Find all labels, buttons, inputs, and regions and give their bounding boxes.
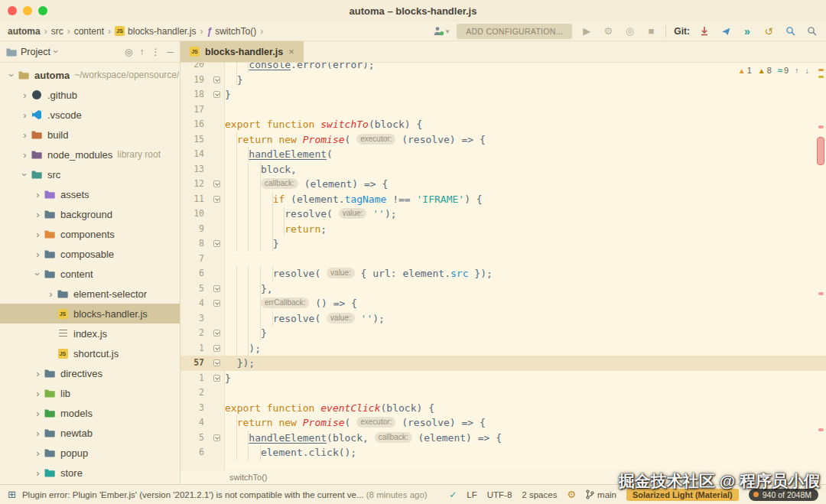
chevron-right-icon[interactable]: ›: [32, 189, 44, 200]
chevron-right-icon[interactable]: ›: [32, 209, 44, 220]
local-history-button[interactable]: ↺: [762, 24, 776, 38]
project-panel-title[interactable]: Project: [21, 47, 50, 57]
code-line[interactable]: 3 resolve( value: '');: [180, 311, 826, 327]
breadcrumb-item[interactable]: src: [51, 26, 63, 37]
editor-tab[interactable]: JS blocks-handler.js ×: [180, 41, 304, 62]
stop-button[interactable]: ■: [644, 24, 658, 38]
tree-item-models[interactable]: ›models: [0, 403, 180, 423]
tree-item-content[interactable]: ›content: [0, 264, 180, 284]
chevron-down-icon[interactable]: ›: [32, 268, 44, 280]
coverage-button[interactable]: ◎: [623, 24, 636, 38]
chevron-right-icon[interactable]: ›: [32, 368, 44, 379]
code-line[interactable]: 20 console.error(error);: [180, 63, 826, 73]
tree-item-popup[interactable]: ›popup: [0, 443, 180, 463]
chevron-down-icon[interactable]: ›: [50, 50, 62, 53]
fold-marker-icon[interactable]: [208, 356, 225, 371]
code-line[interactable]: 11 if (element.tagName !== 'IFRAME') {: [180, 192, 826, 207]
weak-warning-count-badge[interactable]: ▲8: [758, 66, 772, 75]
code-line[interactable]: 13 block,: [180, 162, 826, 177]
error-stripe[interactable]: [817, 63, 825, 470]
prev-highlight-button[interactable]: ↑: [795, 66, 799, 75]
minimize-window-button[interactable]: [23, 6, 32, 15]
next-highlight-button[interactable]: ↓: [805, 66, 810, 75]
fold-marker-icon[interactable]: [208, 371, 225, 386]
chevron-right-icon[interactable]: ›: [32, 408, 44, 419]
locate-file-button[interactable]: ◎: [125, 47, 132, 57]
code-with-me-button[interactable]: ▾: [433, 26, 450, 36]
fold-marker-icon[interactable]: [208, 341, 225, 356]
zoom-window-button[interactable]: [38, 6, 47, 15]
code-line[interactable]: 16export function switchTo(block) {: [180, 117, 826, 132]
stripe-mark[interactable]: [818, 428, 824, 431]
fold-marker-icon[interactable]: [208, 87, 225, 102]
stripe-mark[interactable]: [818, 76, 824, 78]
tree-item-index.js[interactable]: index.js: [0, 324, 180, 343]
chevron-right-icon[interactable]: ›: [19, 89, 31, 101]
tree-item-assets[interactable]: ›assets: [0, 184, 180, 204]
tree-item-background[interactable]: ›background: [0, 204, 180, 224]
code-line[interactable]: 57 });: [180, 356, 826, 371]
code-line[interactable]: 6 element.click();: [180, 445, 826, 460]
typo-count-badge[interactable]: ≈9: [778, 66, 789, 75]
search-everywhere-button[interactable]: [805, 24, 818, 38]
breadcrumb-item[interactable]: automa: [8, 26, 41, 37]
chevron-right-icon[interactable]: ›: [32, 229, 44, 240]
push-commits-button[interactable]: »: [740, 24, 754, 38]
line-ending-widget[interactable]: LF: [467, 490, 476, 499]
code-line[interactable]: 10 resolve( value: '');: [180, 206, 826, 222]
toolwindow-switcher-icon[interactable]: ⊞: [8, 489, 16, 500]
tree-item-directives[interactable]: ›directives: [0, 363, 180, 383]
stripe-mark[interactable]: [818, 69, 824, 71]
git-branch-widget[interactable]: main: [586, 489, 616, 499]
fold-marker-icon[interactable]: [208, 236, 225, 252]
tree-item-automa[interactable]: ›automa~/workspace/opensource/: [0, 65, 180, 85]
chevron-right-icon[interactable]: ›: [32, 249, 44, 260]
code-line[interactable]: 8 }: [180, 236, 826, 252]
code-line[interactable]: 12 callback: (element) => {: [180, 177, 826, 192]
code-line[interactable]: 18}: [180, 87, 826, 102]
chevron-right-icon[interactable]: ›: [32, 388, 44, 399]
indent-widget[interactable]: 2 spaces: [522, 490, 557, 499]
status-message[interactable]: Plugin error: Plugin 'Ember.js' (version…: [22, 490, 428, 499]
fold-marker-icon[interactable]: [208, 326, 225, 341]
theme-widget[interactable]: Solarized Light (Material): [626, 489, 739, 501]
tree-item-build[interactable]: ›build: [0, 125, 180, 145]
code-line[interactable]: 17: [180, 102, 826, 118]
chevron-right-icon[interactable]: ›: [19, 109, 31, 121]
code-line[interactable]: 19 }: [180, 73, 826, 88]
push-button[interactable]: [719, 24, 733, 38]
code-line[interactable]: 4 return new Promise( executor: (resolve…: [180, 415, 826, 431]
tree-item-.github[interactable]: ›.github: [0, 85, 180, 105]
tree-item-components[interactable]: ›components: [0, 224, 180, 244]
tree-item-element-selector[interactable]: ›element-selector: [0, 284, 180, 304]
tree-item-lib[interactable]: ›lib: [0, 383, 180, 403]
tree-item-shortcut.js[interactable]: JSshortcut.js: [0, 343, 180, 363]
tab-close-icon[interactable]: ×: [288, 46, 294, 57]
code-area[interactable]: 20 console.error(error);19 }18}1716expor…: [180, 63, 826, 470]
code-line[interactable]: 5 },: [180, 281, 826, 297]
chevron-right-icon[interactable]: ›: [32, 447, 44, 459]
encoding-widget[interactable]: UTF-8: [487, 490, 512, 499]
code-line[interactable]: 4 errCallback: () => {: [180, 296, 826, 311]
code-line[interactable]: 3export function eventClick(block) {: [180, 401, 826, 416]
code-line[interactable]: 7: [180, 252, 826, 267]
breadcrumb-item[interactable]: blocks-handler.js: [128, 26, 196, 37]
code-line[interactable]: 1}: [180, 371, 826, 386]
tree-item-blocks-handler.js[interactable]: JSblocks-handler.js: [0, 304, 180, 324]
more-options-button[interactable]: ⋮: [151, 47, 160, 57]
tree-item-store[interactable]: ›store: [0, 463, 180, 483]
close-window-button[interactable]: [8, 6, 17, 15]
update-project-button[interactable]: [698, 24, 711, 38]
memory-widget[interactable]: 940 of 2048M: [749, 489, 818, 501]
chevron-down-icon[interactable]: ›: [6, 70, 18, 81]
stripe-mark[interactable]: [818, 125, 824, 128]
hide-panel-button[interactable]: ─: [167, 47, 174, 57]
tree-item-composable[interactable]: ›composable: [0, 244, 180, 264]
chevron-right-icon[interactable]: ›: [32, 428, 44, 439]
fold-marker-icon[interactable]: [208, 431, 225, 446]
code-line[interactable]: 5 handleElement(block, callback: (elemen…: [180, 431, 826, 446]
tree-item-src[interactable]: ›src: [0, 164, 180, 184]
code-line[interactable]: 2 }: [180, 326, 826, 341]
breadcrumb-item[interactable]: content: [74, 26, 104, 37]
chevron-down-icon[interactable]: ›: [19, 169, 31, 180]
